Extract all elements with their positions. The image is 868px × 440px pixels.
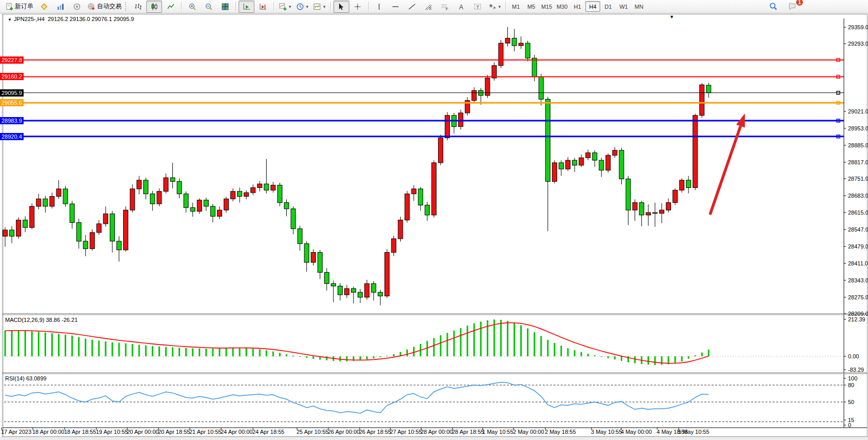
candle-down — [83, 241, 88, 249]
macd-histogram-bar — [520, 325, 522, 356]
candle-up — [405, 194, 409, 220]
trend-arrow-line[interactable] — [710, 126, 741, 215]
macd-histogram-bar — [212, 349, 213, 356]
candle-up — [30, 206, 34, 227]
macd-histogram-bar — [179, 348, 180, 356]
macd-histogram-bar — [527, 329, 528, 356]
candle-up — [606, 155, 610, 170]
price-line-badge: 29095.9 — [0, 89, 24, 97]
candle-up — [646, 213, 650, 215]
candle-down — [653, 213, 657, 213]
macd-axis-label: 212.39 — [848, 316, 865, 322]
time-axis-label: 18 Apr 18:55 — [64, 429, 96, 435]
macd-histogram-bar — [312, 356, 314, 359]
price-axis-label: 28479.0 — [848, 243, 868, 250]
price-axis-label: 28683.0 — [848, 193, 868, 199]
candle-down — [184, 194, 188, 208]
macd-histogram-bar — [91, 340, 93, 356]
macd-histogram-bar — [132, 344, 133, 356]
candle-down — [371, 283, 376, 292]
price-axis-label: 28953.0 — [848, 125, 868, 131]
macd-histogram-bar — [681, 356, 683, 361]
candle-down — [573, 160, 577, 165]
time-axis-label: 2 May 18:55 — [545, 429, 576, 435]
candle-down — [626, 179, 630, 210]
macd-histogram-bar — [259, 349, 261, 356]
candle-down — [639, 203, 644, 215]
time-axis-label: 24 Apr 18:55 — [252, 429, 284, 435]
macd-histogram-bar — [540, 336, 542, 356]
macd-histogram-bar — [567, 348, 569, 356]
candle-up — [666, 203, 670, 211]
candle-down — [238, 192, 242, 197]
macd-label: MACD(12,26,9) 38.86 -26.21 — [5, 317, 77, 323]
macd-histogram-bar — [11, 330, 13, 356]
price-axis-label: 28275.0 — [848, 294, 868, 300]
chart-canvas[interactable] — [0, 0, 868, 440]
macd-histogram-bar — [51, 333, 53, 356]
time-axis-label: 19 Apr 10:55 — [96, 429, 128, 435]
macd-histogram-bar — [272, 352, 274, 356]
macd-axis-label: 0.00 — [848, 353, 859, 359]
macd-histogram-bar — [413, 347, 415, 356]
macd-histogram-bar — [701, 353, 703, 356]
candle-up — [391, 239, 396, 253]
macd-histogram-bar — [185, 348, 187, 356]
candle-up — [197, 200, 202, 212]
macd-histogram-bar — [534, 332, 535, 356]
macd-histogram-bar — [232, 348, 234, 356]
macd-histogram-bar — [292, 356, 294, 356]
rsi-axis-label: 80 — [848, 382, 854, 388]
candle-up — [459, 113, 463, 127]
price-axis-label: 28615.0 — [848, 209, 868, 216]
macd-histogram-bar — [601, 356, 602, 357]
macd-histogram-bar — [45, 333, 46, 356]
candle-up — [445, 116, 449, 138]
macd-histogram-bar — [487, 320, 488, 356]
macd-histogram-bar — [634, 356, 636, 364]
macd-histogram-bar — [560, 346, 562, 356]
candle-up — [103, 214, 108, 223]
price-line-badge: 29227.8 — [0, 56, 24, 64]
macd-histogram-bar — [205, 349, 207, 356]
rsi-label: RSI(14) 63.0899 — [5, 375, 47, 381]
time-axis-label: 24 Apr 00:00 — [221, 429, 252, 435]
candle-up — [50, 196, 54, 206]
price-axis-label: 28885.0 — [848, 142, 868, 148]
candle-up — [499, 43, 503, 66]
rsi-axis-label: 50 — [848, 399, 854, 405]
macd-histogram-bar — [159, 347, 160, 356]
macd-histogram-bar — [594, 355, 596, 356]
macd-histogram-bar — [31, 331, 33, 356]
candle-up — [365, 283, 369, 297]
candle-up — [157, 192, 162, 204]
candle-down — [338, 286, 343, 295]
candle-up — [693, 116, 698, 188]
macd-histogram-bar — [279, 353, 281, 356]
candle-up — [3, 230, 8, 236]
macd-histogram-bar — [219, 348, 220, 356]
macd-histogram-bar — [58, 334, 60, 356]
macd-histogram-bar — [346, 356, 348, 361]
candle-down — [525, 43, 530, 58]
candle-up — [659, 210, 664, 213]
candle-down — [177, 181, 182, 194]
candle-up — [36, 199, 41, 206]
candle-up — [137, 180, 142, 189]
price-line-badge: 29055.6 — [0, 99, 24, 106]
candle-down — [76, 222, 81, 241]
rsi-line — [5, 382, 708, 414]
time-axis-label: 25 Apr 10:55 — [297, 429, 328, 435]
macd-histogram-bar — [426, 341, 428, 356]
candle-up — [633, 203, 637, 211]
candle-up — [552, 163, 557, 181]
macd-histogram-bar — [587, 354, 589, 356]
candle-down — [351, 289, 356, 292]
macd-histogram-bar — [460, 328, 462, 356]
macd-histogram-bar — [266, 350, 267, 356]
macd-histogram-bar — [695, 355, 696, 356]
price-line-badge: 29160.2 — [0, 73, 24, 80]
time-axis-label: 27 Apr 10:55 — [390, 429, 422, 435]
candle-up — [56, 189, 61, 197]
macd-histogram-bar — [453, 331, 455, 356]
